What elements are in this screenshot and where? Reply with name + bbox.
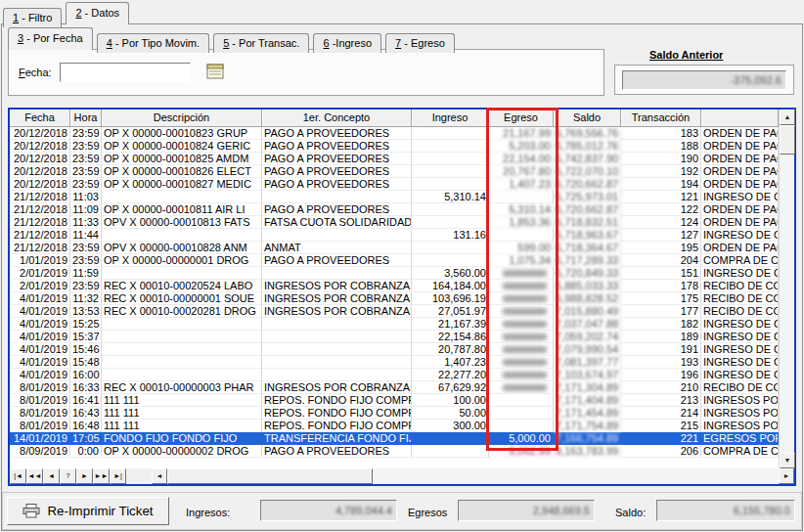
column-header-tipo[interactable]	[701, 110, 779, 127]
table-row[interactable]: 2/01/201911:593,560.006,720,849.33151ING…	[10, 267, 779, 280]
cell-hora: 23:59	[70, 242, 102, 254]
cell-tipo: EGRESOS POR	[701, 432, 779, 445]
column-header-saldo[interactable]: Saldo	[554, 110, 621, 127]
nav-prior-button[interactable]: ◄	[43, 468, 60, 484]
table-row[interactable]: 8/01/201916:48111 111REPOS. FONDO FIJO C…	[10, 420, 779, 432]
cell-saldo: 7,037,047.88	[554, 318, 621, 331]
cell-descripcion: 111 111	[102, 407, 262, 420]
vertical-scroll-thumb[interactable]	[780, 125, 795, 155]
cell-transaccion: 127	[621, 229, 701, 242]
cell-tipo: ORDEN DE PAG	[701, 203, 779, 216]
table-row[interactable]: 4/01/201915:2521,167.397,037,047.88182IN…	[10, 318, 779, 331]
cell-hora: 13:53	[70, 305, 102, 318]
horizontal-scrollbar[interactable]: ◄ ►	[152, 468, 794, 484]
scroll-down-icon[interactable]: ▼	[780, 453, 795, 468]
cell-hora: 23:59	[70, 153, 102, 165]
cell-concepto: PAGO A PROVEEDORES	[262, 127, 412, 140]
cell-transaccion: 196	[621, 369, 701, 381]
cell-ingreso	[412, 127, 489, 140]
cell-tipo: INGRESO DE C	[701, 191, 779, 203]
tab-por-tipo-movim[interactable]: 4 - Por Tipo Movim.	[97, 33, 209, 53]
column-header-hora[interactable]: Hora	[70, 110, 102, 127]
cell-ingreso: 50.00	[412, 407, 489, 420]
table-row[interactable]: 21/12/201823:59OPV X 00000-00010828 ANMA…	[10, 242, 779, 254]
nav-last-button[interactable]: ►|	[110, 468, 126, 484]
scroll-up-icon[interactable]: ▲	[780, 110, 795, 125]
cell-hora: 23:59	[70, 127, 102, 140]
table-row[interactable]: 20/12/201823:59OP X 00000-00010827 MEDIC…	[10, 178, 779, 191]
cell-hora: 11:59	[70, 267, 102, 280]
scroll-right-icon[interactable]: ►	[779, 468, 794, 484]
cell-egreso	[489, 267, 554, 280]
cell-ingreso: 103,696.19	[412, 292, 489, 305]
cell-transaccion: 192	[621, 165, 701, 178]
vertical-scrollbar[interactable]: ▲ ▼	[779, 110, 794, 468]
calendar-button[interactable]	[202, 61, 228, 84]
tab-egreso[interactable]: 7 - Egreso	[385, 33, 455, 53]
table-row[interactable]: 21/12/201811:035,310.146,725,973.01121IN…	[10, 191, 779, 203]
fecha-input[interactable]	[60, 63, 191, 82]
table-row[interactable]: 20/12/201823:59OP X 00000-00010826 ELECT…	[10, 165, 779, 178]
horizontal-scroll-thumb[interactable]	[167, 468, 373, 484]
table-row[interactable]: 8/01/201916:33REC X 00010-00000003 PHARI…	[10, 381, 779, 394]
table-row[interactable]: 2/01/201923:59REC X 00010-00020524 LABOI…	[10, 280, 779, 292]
column-header-fecha[interactable]: Fecha	[10, 110, 70, 127]
cell-descripcion: OP X 00000-00010811 AIR LI	[102, 203, 262, 216]
column-header-ingreso[interactable]: Ingreso	[412, 110, 489, 127]
table-row[interactable]: 8/09/20190:00OP X 00000-00000002 DROGPAG…	[10, 445, 779, 458]
table-row[interactable]: 4/01/201915:3722,154.867,059,202.74189IN…	[10, 331, 779, 343]
nav-next-button[interactable]: ►	[76, 468, 93, 484]
scroll-left-icon[interactable]: ◄	[152, 468, 167, 484]
cell-concepto: INGRESOS POR COBRANZAS	[262, 381, 412, 394]
table-row[interactable]: 4/01/201915:4620,787.807,079,990.54191IN…	[10, 343, 779, 356]
cell-fecha: 4/01/2019	[10, 305, 70, 318]
cell-saldo: 7,081,397.77	[554, 356, 621, 369]
cell-saldo: 6,722,070.10	[554, 165, 621, 178]
table-row[interactable]: 4/01/201913:53REC X 00010-00020281 DROGI…	[10, 305, 779, 318]
cell-egreso	[489, 356, 554, 369]
table-row[interactable]: 4/01/201915:481,407.237,081,397.77193ING…	[10, 356, 779, 369]
nav-first-button[interactable]: |◄	[10, 468, 26, 484]
table-row[interactable]: 20/12/201823:59OP X 00000-00010824 GERIC…	[10, 140, 779, 153]
reprint-ticket-button[interactable]: Re-Imprimir Ticket	[7, 497, 169, 525]
nav-next-page-button[interactable]: ►►	[93, 468, 110, 484]
table-row[interactable]: 21/12/201811:33OPV X 00000-00010813 FATS…	[10, 216, 779, 229]
table-row[interactable]: 20/12/201823:59OP X 00000-00010825 AMDMP…	[10, 153, 779, 165]
cell-concepto	[262, 191, 412, 203]
column-header-transaccion[interactable]: Transacción	[621, 110, 701, 127]
table-row[interactable]: 20/12/201823:59OP X 00000-00010823 GRUPP…	[10, 127, 779, 140]
tab-egreso-label: 7 - Egreso	[395, 34, 445, 52]
nav-help-button[interactable]: ?	[60, 468, 76, 484]
table-row[interactable]: 8/01/201916:43111 111REPOS. FONDO FIJO C…	[10, 407, 779, 420]
table-row[interactable]: 21/12/201811:44131.166,718,963.67127INGR…	[10, 229, 779, 242]
nav-prior-page-button[interactable]: ◄◄	[26, 468, 43, 484]
tab-por-fecha[interactable]: 3 - Por Fecha	[8, 27, 93, 50]
table-row[interactable]: 4/01/201916:0022,277.207,103,674.97196IN…	[10, 369, 779, 381]
cell-descripcion	[102, 267, 262, 280]
tab-por-transac[interactable]: 5 - Por Transac.	[213, 33, 309, 53]
table-row[interactable]: 14/01/201917:05FONDO FIJO FONDO FIJOTRAN…	[10, 432, 779, 445]
table-row[interactable]: 21/12/201811:09OP X 00000-00010811 AIR L…	[10, 203, 779, 216]
column-header-descripcion[interactable]: Descripción	[102, 110, 262, 127]
table-row[interactable]: 4/01/201911:32REC X 00010-00000001 SOUEI…	[10, 292, 779, 305]
cell-concepto: REPOS. FONDO FIJO COMPRAS	[262, 420, 412, 432]
cell-tipo: COMPRA DE C	[701, 445, 779, 458]
column-header-egreso[interactable]: Egreso	[489, 110, 554, 127]
tab-por-transac-label: 5 - Por Transac.	[223, 34, 299, 52]
tab-datos[interactable]: 2 - Datos	[66, 2, 129, 24]
column-header-concepto[interactable]: 1er. Concepto	[262, 110, 412, 127]
cell-egreso	[489, 305, 554, 318]
cell-ingreso: 27,051.97	[412, 305, 489, 318]
cell-concepto: PAGO A PROVEEDORES	[262, 153, 412, 165]
tab-ingreso-label: 6 -Ingreso	[323, 34, 372, 52]
cell-saldo: 6,718,832.51	[554, 216, 621, 229]
cell-egreso: 5,000.00	[489, 432, 554, 445]
cell-egreso	[489, 292, 554, 305]
tab-ingreso[interactable]: 6 -Ingreso	[313, 33, 381, 53]
table-row[interactable]: 8/01/201916:41111 111REPOS. FONDO FIJO C…	[10, 394, 779, 407]
cell-fecha: 20/12/2018	[10, 153, 70, 165]
tab-filtro[interactable]: 1 - Filtro	[3, 8, 62, 27]
cell-hora: 23:59	[70, 280, 102, 292]
table-row[interactable]: 1/01/201923:59OP X 00000-00000001 DROGPA…	[10, 254, 779, 267]
horizontal-scroll-track[interactable]	[373, 468, 779, 484]
